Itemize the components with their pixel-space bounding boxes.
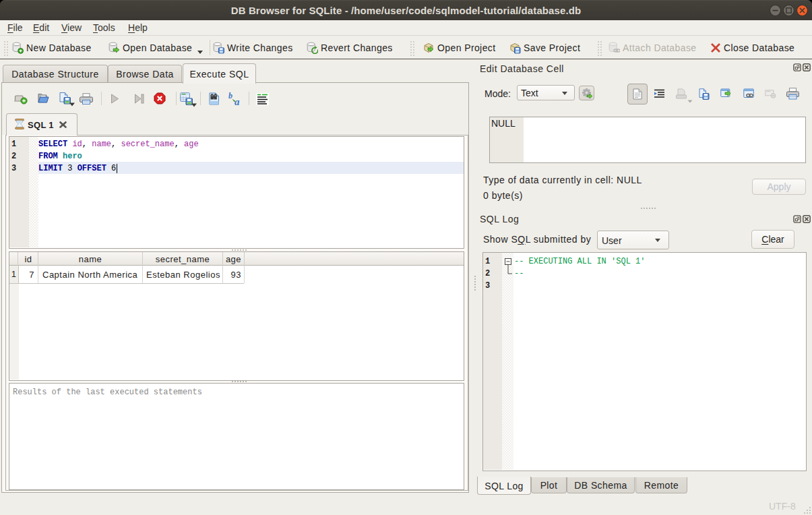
- svg-text:a: a: [235, 96, 240, 107]
- svg-text:b: b: [228, 92, 232, 100]
